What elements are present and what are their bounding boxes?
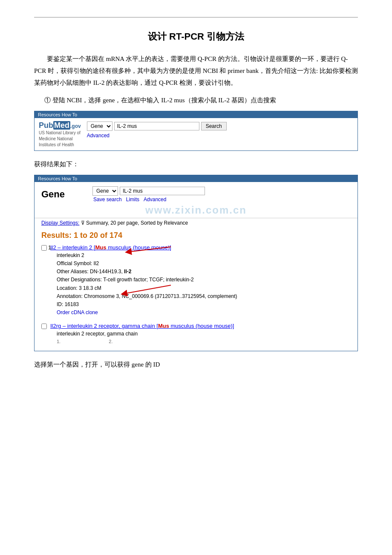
- search-input[interactable]: [114, 122, 199, 130]
- ncbi-pubmed-screenshot: Resources How To PubMed.gov US National …: [34, 111, 358, 151]
- detail-line-0: interleukin 2: [57, 251, 351, 260]
- mus-highlight-1: Mus: [95, 244, 107, 251]
- page-title: 设计 RT-PCR 引物方法: [34, 30, 358, 43]
- step-1-block: ① 登陆 NCBI，选择 gene，在选框中输入 IL-2 mus（搜索小鼠 I…: [44, 95, 358, 107]
- top-rule: [34, 17, 358, 17]
- result-1-title-after: musculus (house mouse)]: [107, 244, 171, 251]
- watermark-text: www.zixin.com.cn: [145, 204, 247, 216]
- result-1-top: Il2 – interleukin 2 [Mus musculus (house…: [41, 244, 351, 251]
- closing-paragraph: 选择第一个基因，打开，可以获得 gene 的 ID: [34, 359, 358, 371]
- advanced-link-2[interactable]: Advanced: [144, 197, 166, 202]
- database-select[interactable]: Gene: [87, 121, 112, 131]
- display-settings-bar: Display Settings: ⊽ Summary, 20 per page…: [35, 218, 357, 228]
- gene-header-row: Gene Gene Save search Limits Advanced: [35, 182, 357, 202]
- ncbi-top-strip-2: Resources How To: [35, 175, 357, 182]
- advanced-link-1[interactable]: Advanced: [87, 133, 227, 139]
- result-num-label-2: 2.: [109, 339, 112, 344]
- pubmed-logo: PubMed.gov: [39, 121, 81, 129]
- pub-text: Pub: [39, 121, 53, 130]
- gene-result-1: Il2 – interleukin 2 [Mus musculus (house…: [35, 243, 357, 321]
- pubmed-body: PubMed.gov US National Library of Medici…: [35, 118, 357, 150]
- result-numbers-row: [35, 347, 357, 351]
- pubmed-logo-area: PubMed.gov US National Library of Medici…: [39, 121, 81, 148]
- limits-link[interactable]: Limits: [126, 197, 139, 202]
- display-settings-link[interactable]: Display Settings:: [41, 220, 79, 226]
- detail-line-3: Other Designations: T-cell growth factor…: [57, 276, 351, 284]
- result-1-title-before: Il2 – interleukin 2 [: [50, 244, 95, 251]
- search-links-row: Save search Limits Advanced: [93, 197, 205, 202]
- gene-search-row: Gene: [92, 186, 205, 196]
- gene-heading: Gene: [41, 189, 84, 200]
- search-button[interactable]: Search: [201, 122, 227, 130]
- result-num-row: 1. 2.: [41, 339, 351, 344]
- display-settings-value: Summary, 20 per page, Sorted by Relevanc…: [86, 220, 188, 226]
- result-2-checkbox[interactable]: [41, 324, 47, 329]
- watermark-row: www.zixin.com.cn: [35, 202, 357, 218]
- result-2-desc: interleukin 2 receptor, gamma chain: [57, 330, 351, 338]
- resources-link-2: Resources How To: [38, 176, 77, 181]
- result-2-title: Il2rg – interleukin 2 receptor, gamma ch…: [50, 323, 234, 329]
- resources-link: Resources How To: [38, 112, 77, 117]
- result-1-link[interactable]: Il2 – interleukin 2 [Mus musculus (house…: [50, 244, 171, 251]
- result-2-detail: interleukin 2 receptor, gamma chain: [57, 330, 351, 338]
- gov-text: .gov: [70, 123, 81, 129]
- results-count-header: Results: 1 to 20 of 174: [35, 228, 357, 243]
- mus-highlight-2: Mus: [158, 323, 169, 329]
- result-2-title-before: Il2rg – interleukin 2 receptor, gamma ch…: [50, 323, 158, 329]
- order-cdna-link[interactable]: Order cDNA clone: [57, 309, 98, 315]
- detail-line-4: Location: 3 18.3 cM: [57, 284, 351, 292]
- result-1-checkbox[interactable]: [41, 245, 47, 251]
- ncbi-top-strip-1: Resources How To: [35, 111, 357, 118]
- detail-line-1: Official Symbol: Il2: [57, 260, 351, 268]
- ncbi-gene-screenshot: Resources How To Gene Gene Save search L…: [34, 175, 358, 352]
- save-search-link[interactable]: Save search: [93, 197, 122, 202]
- gene-search-area: Gene Save search Limits Advanced: [92, 186, 205, 202]
- ncbi-tagline: US National Library of Medicine National…: [39, 130, 81, 148]
- gene-database-select[interactable]: Gene: [92, 186, 118, 196]
- result-2-title-after: musculus (house mouse)]: [169, 323, 234, 329]
- result-2-top: Il2rg – interleukin 2 receptor, gamma ch…: [41, 323, 351, 329]
- gene-search-input[interactable]: [120, 187, 205, 195]
- detail-line-6: ID: 16183: [57, 301, 351, 309]
- intro-paragraph: 要鉴定某一个基因在 mRNA 水平上的表达，需要使用 Q-PCR 的方法。引物设…: [34, 53, 358, 89]
- med-text: Med: [53, 121, 70, 130]
- result-2-link[interactable]: Il2rg – interleukin 2 receptor, gamma ch…: [50, 323, 234, 329]
- gene-result-2: Il2rg – interleukin 2 receptor, gamma ch…: [35, 321, 357, 347]
- pubmed-search-row: Gene Search: [87, 121, 227, 131]
- detail-line-5: Annotation: Chromosome 3, NC_000069.6 (3…: [57, 292, 351, 301]
- step-1-label: ① 登陆 NCBI，选择 gene，在选框中输入 IL-2 mus（搜索小鼠 I…: [44, 95, 358, 107]
- result-num-label-1: 1.: [57, 339, 61, 344]
- result-1-detail: interleukin 2 Official Symbol: Il2 Other…: [57, 251, 351, 317]
- detail-line-2: Other Aliases: DN-144H19.3, Il-2: [57, 268, 351, 276]
- result-number-1: 1.: [48, 244, 53, 251]
- pubmed-search-area: Gene Search Advanced: [87, 121, 227, 139]
- results-label: 获得结果如下：: [34, 159, 358, 171]
- result-1-title: Il2 – interleukin 2 [Mus musculus (house…: [50, 244, 171, 251]
